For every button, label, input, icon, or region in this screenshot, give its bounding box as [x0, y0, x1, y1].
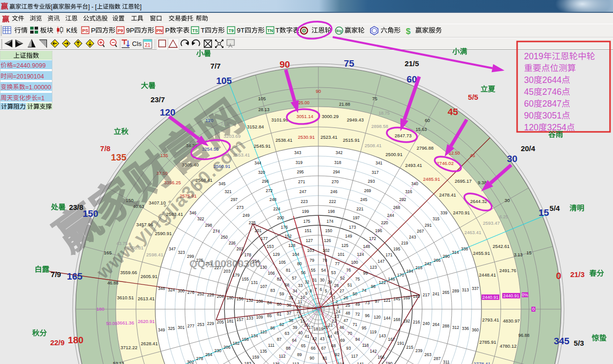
svg-text:Cls: Cls	[132, 40, 142, 47]
svg-text:1: 1	[337, 304, 339, 309]
svg-text:122: 122	[379, 280, 386, 285]
svg-text:264: 264	[433, 322, 439, 327]
svg-text:64: 64	[292, 338, 297, 343]
svg-text:2613.41: 2613.41	[138, 296, 155, 301]
svg-text:311: 311	[443, 360, 450, 364]
svg-text:128: 128	[288, 243, 295, 248]
svg-text:33: 33	[298, 283, 303, 288]
svg-text:2523.41: 2523.41	[320, 134, 337, 140]
svg-text:120: 120	[524, 122, 538, 132]
svg-text:171: 171	[386, 252, 393, 257]
svg-text:73: 73	[365, 300, 370, 305]
svg-text:176: 176	[281, 225, 288, 230]
svg-text:23: 23	[334, 314, 339, 319]
svg-text:22: 22	[332, 319, 337, 324]
svg-text:47: 47	[344, 318, 349, 323]
svg-text:53: 53	[331, 270, 336, 275]
svg-text:105: 105	[258, 96, 266, 101]
svg-text:169: 169	[403, 295, 410, 300]
svg-text:2593.47: 2593.47	[483, 220, 500, 226]
svg-text:155: 155	[242, 277, 249, 282]
svg-text:344: 344	[254, 161, 261, 165]
svg-text:132: 132	[246, 298, 253, 303]
svg-text:53.13: 53.13	[113, 361, 125, 364]
svg-text:244: 244	[387, 213, 394, 218]
svg-text:75: 75	[372, 96, 378, 101]
svg-text:K: K	[66, 27, 71, 34]
svg-text:2448.41: 2448.41	[479, 272, 496, 278]
svg-text:254: 254	[205, 352, 212, 357]
svg-text:59: 59	[279, 291, 284, 296]
svg-text:99: 99	[363, 271, 368, 276]
svg-text:149: 149	[345, 234, 352, 239]
svg-text:201: 201	[255, 228, 262, 233]
svg-text:90: 90	[309, 356, 314, 361]
svg-text:21/5: 21/5	[404, 59, 419, 68]
svg-text:2019: 2019	[524, 51, 543, 61]
svg-text:24: 24	[336, 309, 341, 314]
svg-text:3: 3	[333, 295, 335, 300]
svg-text:342: 342	[336, 150, 343, 155]
svg-text:317: 317	[372, 170, 379, 175]
svg-text:323: 323	[178, 250, 185, 255]
svg-text:217: 217	[423, 292, 430, 297]
svg-text:125: 125	[342, 243, 349, 248]
svg-text:129: 129	[273, 252, 280, 257]
svg-text:345: 345	[554, 336, 569, 346]
svg-text:292: 292	[399, 197, 406, 202]
svg-text:121: 121	[384, 298, 391, 303]
svg-text:7/9: 7/9	[51, 270, 61, 279]
svg-text:143: 143	[379, 333, 386, 338]
svg-text:15.63: 15.63	[416, 127, 427, 132]
svg-text:226: 226	[228, 241, 235, 245]
svg-text:271: 271	[298, 179, 305, 184]
svg-text:2847: 2847	[542, 99, 562, 109]
svg-text:159: 159	[252, 355, 259, 360]
svg-text:TN: TN	[267, 28, 273, 33]
svg-text:51: 51	[348, 283, 352, 287]
svg-text:181: 181	[226, 319, 233, 324]
svg-text:76: 76	[346, 268, 351, 273]
svg-text:50: 50	[352, 291, 357, 296]
svg-text:45: 45	[524, 87, 533, 97]
svg-text:180: 180	[96, 306, 104, 312]
svg-text:T: T	[201, 27, 205, 34]
svg-text:4830.97: 4830.97	[503, 318, 520, 324]
svg-text:38: 38	[289, 318, 294, 323]
svg-text:39: 39	[293, 325, 298, 330]
svg-text:Big: Big	[336, 29, 342, 33]
svg-text:178: 178	[244, 252, 251, 257]
svg-text:120: 120	[160, 107, 175, 118]
svg-text:80: 80	[297, 261, 302, 266]
svg-text:7/8: 7/8	[100, 144, 111, 153]
svg-text:146: 146	[388, 277, 395, 282]
svg-text:241: 241	[433, 291, 439, 296]
svg-text:168: 168	[394, 317, 400, 322]
svg-text:298: 298	[205, 223, 212, 228]
svg-text:49: 49	[355, 302, 360, 307]
svg-text:60: 60	[524, 99, 534, 109]
svg-text:2440.91: 2440.91	[482, 295, 499, 300]
svg-text:180: 180	[68, 335, 84, 345]
svg-text:25.00: 25.00	[299, 100, 310, 105]
svg-text:118: 118	[362, 343, 369, 348]
svg-text:92: 92	[335, 352, 340, 357]
svg-text:104: 104	[292, 252, 299, 257]
svg-text:83: 83	[270, 288, 275, 293]
svg-text:123: 123	[370, 265, 377, 270]
svg-text:126: 126	[324, 238, 331, 243]
svg-text:41: 41	[305, 334, 309, 339]
svg-text:12: 12	[297, 304, 302, 309]
svg-text:8: 8	[309, 288, 312, 293]
svg-text:200: 200	[277, 215, 284, 220]
svg-text:94: 94	[355, 337, 360, 342]
svg-text:203: 203	[223, 269, 230, 274]
svg-text:23/8: 23/8	[69, 203, 83, 211]
svg-text:196: 196	[375, 228, 382, 233]
svg-text:265: 265	[442, 290, 449, 295]
svg-text:62: 62	[279, 322, 284, 327]
svg-text:337: 337	[472, 286, 479, 291]
svg-text:93: 93	[346, 346, 351, 351]
svg-text:124: 124	[357, 252, 364, 257]
svg-text:2695.17: 2695.17	[455, 178, 472, 184]
